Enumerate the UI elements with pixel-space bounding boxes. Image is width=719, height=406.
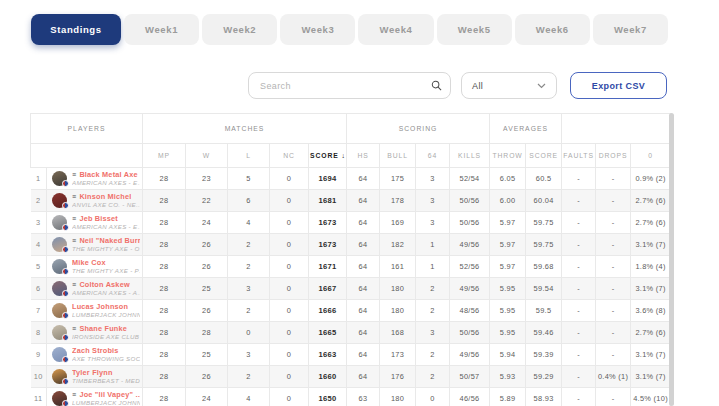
cell-hs: 64: [347, 366, 380, 388]
col-header-bull[interactable]: BULL: [380, 144, 416, 168]
tab-week2[interactable]: Week2: [202, 14, 277, 45]
cell-w: 24: [186, 212, 228, 234]
tab-week7[interactable]: Week7: [593, 14, 668, 45]
cell-hs: 64: [347, 256, 380, 278]
cell-faults: -: [562, 212, 596, 234]
filter-select-value: All: [472, 81, 483, 91]
player-team: ANVIL AXE CO. - NE…: [72, 201, 140, 209]
cell-bull: 168: [380, 322, 416, 344]
col-header-l[interactable]: L: [228, 144, 270, 168]
player-name[interactable]: Jeb Bisset: [79, 215, 118, 223]
player-name[interactable]: Lucas Johnson: [72, 303, 128, 311]
col-header-score[interactable]: SCORE: [526, 144, 562, 168]
tab-week3[interactable]: Week3: [280, 14, 355, 45]
col-header-hs[interactable]: HS: [347, 144, 380, 168]
player-name[interactable]: Zach Strobis: [72, 347, 119, 355]
player-name[interactable]: Joe "lil Vapey" …: [79, 391, 140, 399]
cell-zero: 3.1% (7): [631, 234, 671, 256]
cell-player: Mike CoxTHE MIGHTY AXE - P…: [47, 256, 143, 278]
cell-avg_throw: 6.05: [490, 168, 526, 190]
cell-kills: 52/54: [450, 168, 490, 190]
group-header-averages: AVERAGES: [490, 114, 562, 144]
menu-icon[interactable]: ≡: [72, 325, 76, 332]
cell-rank: 2: [31, 190, 47, 212]
cell-l: 2: [228, 234, 270, 256]
cell-col64: 2: [416, 300, 450, 322]
export-csv-button[interactable]: Export CSV: [570, 72, 667, 99]
player-name[interactable]: Shane Funke: [79, 325, 127, 333]
cell-l: 2: [228, 366, 270, 388]
cell-col64: 3: [416, 322, 450, 344]
tab-bar: StandingsWeek1Week2Week3Week4Week5Week6W…: [31, 14, 668, 45]
cell-nc: 0: [270, 168, 309, 190]
standings-table-body: 1≡Black Metal Axe …AMERICAN AXES - E…282…: [31, 168, 671, 406]
menu-icon[interactable]: ≡: [72, 215, 76, 222]
tab-week1[interactable]: Week1: [124, 14, 199, 45]
cell-drops: -: [596, 190, 631, 212]
club-badge-icon: [62, 246, 69, 253]
cell-kills: 48/56: [450, 300, 490, 322]
col-header-empty[interactable]: [31, 144, 143, 168]
club-badge-icon: [62, 334, 69, 341]
tab-week4[interactable]: Week4: [358, 14, 433, 45]
col-header-w[interactable]: W: [186, 144, 228, 168]
col-header-mp[interactable]: MP: [143, 144, 186, 168]
cell-nc: 0: [270, 190, 309, 212]
player-name[interactable]: Tyler Flynn: [72, 369, 113, 377]
cell-bull: 180: [380, 388, 416, 406]
tab-week5[interactable]: Week5: [437, 14, 512, 45]
group-header-players: PLAYERS: [31, 114, 143, 144]
cell-avg_score: 58.93: [526, 388, 562, 406]
menu-icon[interactable]: ≡: [72, 281, 76, 288]
cell-score: 1663: [309, 344, 347, 366]
cell-score: 1660: [309, 366, 347, 388]
group-header-row: PLAYERSMATCHESSCORINGAVERAGES: [31, 114, 671, 144]
player-avatar: [52, 347, 67, 362]
cell-col64: 3: [416, 212, 450, 234]
cell-l: 2: [228, 256, 270, 278]
cell-mp: 28: [143, 190, 186, 212]
menu-icon[interactable]: ≡: [72, 193, 76, 200]
cell-faults: -: [562, 234, 596, 256]
player-name[interactable]: Kinson Michel: [79, 193, 131, 201]
tab-standings[interactable]: Standings: [31, 14, 121, 45]
col-header-64[interactable]: 64: [416, 144, 450, 168]
player-name[interactable]: Black Metal Axe …: [79, 171, 140, 179]
cell-avg_throw: 5.97: [490, 234, 526, 256]
cell-bull: 161: [380, 256, 416, 278]
cell-l: 4: [228, 388, 270, 406]
col-header-nc[interactable]: NC: [270, 144, 309, 168]
col-header-0[interactable]: 0: [631, 144, 671, 168]
menu-icon[interactable]: ≡: [72, 171, 76, 178]
filter-select[interactable]: All: [461, 72, 557, 99]
col-header-kills[interactable]: KILLS: [450, 144, 490, 168]
col-header-drops[interactable]: DROPS: [596, 144, 631, 168]
menu-icon[interactable]: ≡: [72, 391, 76, 398]
club-badge-icon: [62, 378, 69, 385]
cell-kills: 50/56: [450, 322, 490, 344]
cell-player: Lucas JohnsonLUMBERJACK JOHNN…: [47, 300, 143, 322]
player-name[interactable]: Neil "Naked Burr…: [79, 237, 140, 245]
tab-week6[interactable]: Week6: [515, 14, 590, 45]
player-name[interactable]: Mike Cox: [72, 259, 106, 267]
player-name[interactable]: Colton Askew: [79, 281, 129, 289]
vertical-scrollbar[interactable]: [669, 113, 674, 406]
club-badge-icon: [62, 312, 69, 319]
col-header-score[interactable]: SCORE ↓: [309, 144, 347, 168]
player-team: LUMBERJACK JOHNN…: [72, 399, 140, 406]
col-header-throw[interactable]: THROW: [490, 144, 526, 168]
col-header-faults[interactable]: FAULTS: [562, 144, 596, 168]
cell-w: 26: [186, 300, 228, 322]
cell-mp: 28: [143, 300, 186, 322]
cell-score: 1681: [309, 190, 347, 212]
cell-kills: 46/56: [450, 388, 490, 406]
cell-w: 24: [186, 388, 228, 406]
cell-bull: 175: [380, 168, 416, 190]
search-input[interactable]: [248, 72, 451, 99]
menu-icon[interactable]: ≡: [72, 237, 76, 244]
player-avatar: [52, 215, 67, 230]
cell-zero: 3.1% (7): [631, 278, 671, 300]
cell-avg_throw: 6.00: [490, 190, 526, 212]
cell-avg_throw: 5.93: [490, 366, 526, 388]
cell-score: 1671: [309, 256, 347, 278]
